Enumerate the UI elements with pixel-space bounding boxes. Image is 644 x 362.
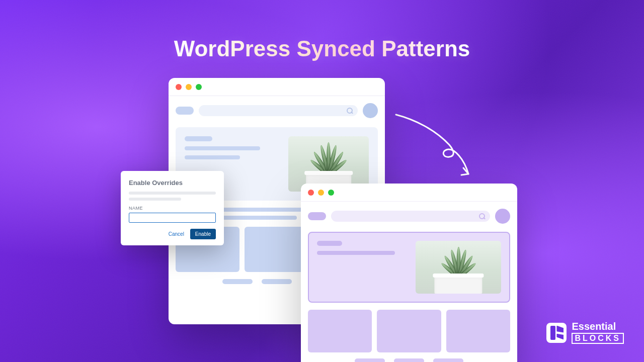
close-icon[interactable] — [308, 190, 314, 196]
brand-name: Essential — [572, 321, 624, 331]
footer-link — [222, 279, 253, 284]
brand-pill — [176, 107, 194, 115]
text-line — [185, 146, 260, 150]
minimize-icon[interactable] — [186, 84, 192, 90]
window-titlebar — [301, 184, 517, 202]
brand-logo: Essential BLOCKS — [546, 321, 624, 344]
avatar[interactable] — [495, 209, 510, 224]
maximize-icon[interactable] — [196, 84, 202, 90]
footer-link — [433, 358, 463, 362]
dialog-title: Enable Overrides — [129, 179, 216, 187]
search-icon — [347, 108, 353, 114]
grid-cell — [377, 310, 441, 352]
text-line — [129, 198, 181, 201]
arrow-icon — [390, 106, 483, 184]
browser-window-front — [301, 184, 517, 362]
logo-icon — [546, 323, 567, 343]
footer-link — [394, 358, 424, 362]
search-bar[interactable] — [199, 105, 358, 116]
window-titlebar — [169, 78, 385, 96]
close-icon[interactable] — [176, 84, 182, 90]
card-image — [416, 241, 501, 294]
enable-overrides-dialog: Enable Overrides NAME Cancel Enable — [121, 171, 224, 245]
grid-cell — [446, 310, 510, 352]
brand-pill — [308, 212, 326, 220]
field-label: NAME — [129, 206, 216, 211]
minimize-icon[interactable] — [318, 190, 324, 196]
footer — [308, 358, 510, 362]
enable-button[interactable]: Enable — [190, 229, 216, 239]
text-line — [317, 241, 342, 246]
text-line — [129, 192, 216, 195]
maximize-icon[interactable] — [328, 190, 334, 196]
brand-sub: BLOCKS — [572, 333, 624, 344]
search-bar[interactable] — [331, 211, 490, 222]
footer-link — [355, 358, 385, 362]
text-line — [317, 251, 395, 255]
search-icon — [479, 213, 485, 219]
grid-cell — [245, 227, 308, 272]
footer-link — [262, 279, 292, 284]
grid — [308, 310, 510, 352]
cancel-button[interactable]: Cancel — [166, 229, 187, 239]
grid-cell — [308, 310, 372, 352]
name-input[interactable] — [129, 213, 216, 223]
avatar[interactable] — [363, 103, 378, 118]
text-line — [185, 136, 212, 141]
content-card — [308, 232, 510, 303]
text-line — [185, 155, 240, 159]
page-title: WordPress Synced Patterns — [174, 36, 470, 61]
